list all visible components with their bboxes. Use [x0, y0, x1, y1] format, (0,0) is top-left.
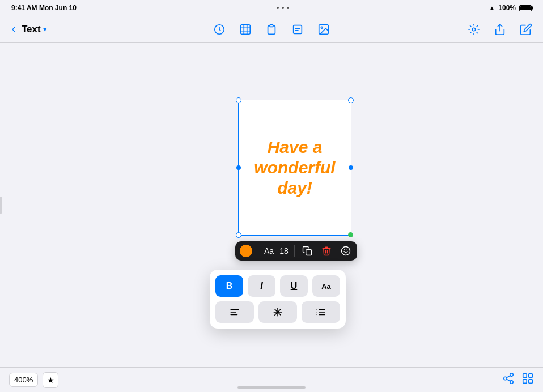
distribute-button[interactable]	[258, 301, 297, 323]
font-style-button[interactable]: Aa	[264, 246, 274, 255]
left-edge-tab	[0, 197, 2, 214]
align-left-button[interactable]	[215, 301, 254, 323]
image-tool-button[interactable]	[316, 22, 332, 37]
bottom-bar: 400% ★	[0, 367, 543, 392]
svg-rect-38	[523, 380, 527, 383]
font-size-label: 18	[279, 246, 289, 255]
divider1	[258, 245, 258, 257]
floating-toolbar: Aa 18	[235, 241, 357, 261]
svg-point-11	[321, 27, 323, 28]
svg-line-35	[507, 376, 510, 378]
svg-rect-36	[523, 374, 527, 377]
status-right: ▲ 100%	[489, 4, 532, 12]
handle-top-left[interactable]	[236, 97, 241, 103]
battery-icon	[519, 5, 532, 11]
zoom-level[interactable]: 400%	[9, 373, 38, 387]
format-row-1: B I U Aa	[215, 275, 340, 297]
view-button[interactable]	[521, 372, 534, 387]
battery-percent: 100%	[498, 4, 516, 12]
bookmark-button[interactable]: ★	[43, 372, 58, 388]
text-box[interactable]: Have a wonderful day!	[238, 100, 351, 236]
main-toolbar: Text ▾	[0, 16, 543, 43]
delete-button[interactable]	[320, 244, 333, 258]
divider2	[294, 245, 295, 257]
svg-rect-39	[529, 380, 532, 383]
case-button[interactable]: Aa	[312, 275, 340, 297]
copy-button[interactable]	[300, 244, 314, 258]
title-area[interactable]: Text ▾	[22, 24, 47, 35]
svg-rect-37	[529, 374, 532, 377]
bottom-left: 400% ★	[9, 372, 58, 388]
status-time: 9:41 AM Mon Jun 10	[11, 4, 77, 12]
dot1	[277, 7, 279, 9]
share-button[interactable]	[492, 22, 508, 37]
home-indicator	[237, 386, 306, 389]
page-title: Text	[22, 24, 41, 35]
color-picker-button[interactable]	[240, 245, 252, 257]
shapes-tool-button[interactable]	[211, 22, 227, 37]
svg-point-12	[472, 28, 476, 31]
more-options-button[interactable]	[339, 244, 353, 258]
svg-rect-14	[306, 250, 311, 255]
bottom-right	[502, 372, 534, 387]
table-tool-button[interactable]	[237, 22, 253, 37]
battery-fill	[520, 6, 531, 10]
toolbar-left: Text ▾	[9, 24, 77, 35]
canvas-area[interactable]: Have a wonderful day! Aa 18	[0, 43, 543, 367]
back-button[interactable]	[9, 25, 18, 34]
handle-bottom-right-green[interactable]	[348, 232, 353, 237]
dot3	[287, 7, 289, 9]
settings-button[interactable]	[466, 22, 482, 37]
format-popup: B I U Aa	[210, 270, 346, 329]
svg-line-34	[507, 379, 510, 381]
svg-point-15	[341, 247, 350, 255]
text-box-content: Have a wonderful day!	[239, 133, 351, 203]
svg-rect-1	[241, 24, 251, 34]
edit-button[interactable]	[518, 22, 534, 37]
handle-top-right[interactable]	[348, 97, 354, 103]
underline-button[interactable]: U	[280, 275, 308, 297]
textfield-tool-button[interactable]	[290, 22, 306, 37]
dot2	[282, 7, 284, 9]
title-chevron-icon: ▾	[43, 25, 47, 33]
star-icon: ★	[47, 376, 54, 385]
text-box-container[interactable]: Have a wonderful day!	[238, 100, 351, 236]
handle-mid-right[interactable]	[349, 165, 353, 170]
toolbar-right	[466, 22, 534, 37]
format-row-2	[215, 301, 340, 323]
wifi-icon: ▲	[489, 5, 495, 11]
svg-rect-7	[294, 25, 302, 33]
clipboard-tool-button[interactable]	[264, 22, 279, 37]
status-bar: 9:41 AM Mon Jun 10 ▲ 100%	[0, 0, 543, 16]
handle-mid-left[interactable]	[236, 165, 241, 170]
status-center-dots	[277, 7, 289, 9]
connect-button[interactable]	[502, 372, 515, 387]
toolbar-center	[77, 22, 466, 37]
bold-button[interactable]: B	[215, 275, 243, 297]
italic-button[interactable]: I	[248, 275, 275, 297]
list-button[interactable]	[302, 301, 340, 323]
handle-bottom-left[interactable]	[236, 232, 241, 238]
